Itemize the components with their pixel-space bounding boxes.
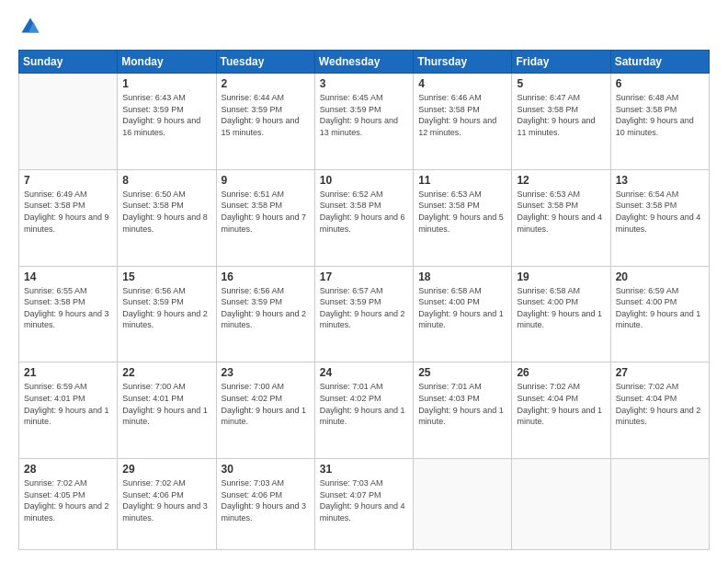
- day-number: 15: [122, 270, 210, 283]
- calendar-cell: 3 Sunrise: 6:45 AM Sunset: 3:59 PM Dayli…: [314, 74, 413, 170]
- day-info: Sunrise: 7:01 AM Sunset: 4:03 PM Dayligh…: [418, 381, 506, 427]
- day-info: Sunrise: 6:48 AM Sunset: 3:58 PM Dayligh…: [616, 92, 704, 138]
- calendar-cell: 14 Sunrise: 6:55 AM Sunset: 3:58 PM Dayl…: [19, 266, 118, 362]
- calendar-cell: 29 Sunrise: 7:02 AM Sunset: 4:06 PM Dayl…: [118, 459, 216, 550]
- day-number: 7: [24, 174, 112, 187]
- day-number: 24: [320, 366, 408, 379]
- day-info: Sunrise: 6:43 AM Sunset: 3:59 PM Dayligh…: [122, 92, 210, 138]
- day-info: Sunrise: 6:56 AM Sunset: 3:59 PM Dayligh…: [222, 285, 310, 331]
- calendar-cell: 4 Sunrise: 6:46 AM Sunset: 3:58 PM Dayli…: [414, 74, 512, 170]
- calendar-cell: 1 Sunrise: 6:43 AM Sunset: 3:59 PM Dayli…: [118, 74, 216, 170]
- calendar-cell: 15 Sunrise: 6:56 AM Sunset: 3:59 PM Dayl…: [118, 266, 216, 362]
- calendar-cell: [414, 459, 512, 550]
- week-row-4: 21 Sunrise: 6:59 AM Sunset: 4:01 PM Dayl…: [19, 362, 710, 459]
- weekday-header-row: SundayMondayTuesdayWednesdayThursdayFrid…: [19, 51, 710, 74]
- calendar-cell: 23 Sunrise: 7:00 AM Sunset: 4:02 PM Dayl…: [216, 362, 314, 459]
- calendar-cell: 8 Sunrise: 6:50 AM Sunset: 3:58 PM Dayli…: [118, 169, 216, 266]
- day-number: 6: [616, 77, 704, 90]
- day-info: Sunrise: 6:58 AM Sunset: 4:00 PM Dayligh…: [517, 285, 605, 331]
- weekday-header-wednesday: Wednesday: [314, 51, 413, 74]
- day-number: 2: [222, 77, 310, 90]
- day-info: Sunrise: 6:53 AM Sunset: 3:58 PM Dayligh…: [517, 189, 605, 235]
- calendar-cell: 24 Sunrise: 7:01 AM Sunset: 4:02 PM Dayl…: [314, 362, 413, 459]
- day-info: Sunrise: 6:55 AM Sunset: 3:58 PM Dayligh…: [24, 285, 112, 331]
- day-number: 8: [122, 174, 210, 187]
- day-number: 31: [320, 463, 408, 476]
- week-row-3: 14 Sunrise: 6:55 AM Sunset: 3:58 PM Dayl…: [19, 266, 710, 362]
- day-number: 30: [222, 463, 310, 476]
- calendar-cell: 28 Sunrise: 7:02 AM Sunset: 4:05 PM Dayl…: [19, 459, 118, 550]
- day-number: 9: [222, 174, 310, 187]
- day-number: 27: [616, 366, 704, 379]
- calendar-cell: 31 Sunrise: 7:03 AM Sunset: 4:07 PM Dayl…: [314, 459, 413, 550]
- day-info: Sunrise: 7:02 AM Sunset: 4:05 PM Dayligh…: [24, 477, 112, 523]
- calendar-cell: 21 Sunrise: 6:59 AM Sunset: 4:01 PM Dayl…: [19, 362, 118, 459]
- week-row-5: 28 Sunrise: 7:02 AM Sunset: 4:05 PM Dayl…: [19, 459, 710, 550]
- day-number: 17: [320, 270, 408, 283]
- day-info: Sunrise: 6:54 AM Sunset: 3:58 PM Dayligh…: [616, 189, 704, 235]
- day-number: 13: [616, 174, 704, 187]
- day-number: 22: [122, 366, 210, 379]
- calendar-cell: 7 Sunrise: 6:49 AM Sunset: 3:58 PM Dayli…: [19, 169, 118, 266]
- day-number: 28: [24, 463, 112, 476]
- logo: [18, 17, 40, 40]
- calendar-cell: 19 Sunrise: 6:58 AM Sunset: 4:00 PM Dayl…: [512, 266, 610, 362]
- weekday-header-tuesday: Tuesday: [216, 51, 314, 74]
- calendar-cell: 22 Sunrise: 7:00 AM Sunset: 4:01 PM Dayl…: [118, 362, 216, 459]
- calendar-cell: 30 Sunrise: 7:03 AM Sunset: 4:06 PM Dayl…: [216, 459, 314, 550]
- calendar-cell: 18 Sunrise: 6:58 AM Sunset: 4:00 PM Dayl…: [414, 266, 512, 362]
- day-info: Sunrise: 7:02 AM Sunset: 4:06 PM Dayligh…: [122, 477, 210, 523]
- calendar-cell: 16 Sunrise: 6:56 AM Sunset: 3:59 PM Dayl…: [216, 266, 314, 362]
- day-info: Sunrise: 6:44 AM Sunset: 3:59 PM Dayligh…: [222, 92, 310, 138]
- calendar-cell: 10 Sunrise: 6:52 AM Sunset: 3:58 PM Dayl…: [314, 169, 413, 266]
- calendar-cell: 25 Sunrise: 7:01 AM Sunset: 4:03 PM Dayl…: [414, 362, 512, 459]
- weekday-header-friday: Friday: [512, 51, 610, 74]
- day-info: Sunrise: 6:51 AM Sunset: 3:58 PM Dayligh…: [222, 189, 310, 235]
- calendar-cell: 11 Sunrise: 6:53 AM Sunset: 3:58 PM Dayl…: [414, 169, 512, 266]
- day-info: Sunrise: 6:53 AM Sunset: 3:58 PM Dayligh…: [418, 189, 506, 235]
- calendar-cell: 12 Sunrise: 6:53 AM Sunset: 3:58 PM Dayl…: [512, 169, 610, 266]
- day-number: 20: [616, 270, 704, 283]
- day-number: 16: [222, 270, 310, 283]
- day-info: Sunrise: 6:47 AM Sunset: 3:58 PM Dayligh…: [517, 92, 605, 138]
- calendar-cell: [19, 74, 118, 170]
- day-info: Sunrise: 6:57 AM Sunset: 3:59 PM Dayligh…: [320, 285, 408, 331]
- calendar-cell: 26 Sunrise: 7:02 AM Sunset: 4:04 PM Dayl…: [512, 362, 610, 459]
- day-number: 23: [222, 366, 310, 379]
- week-row-2: 7 Sunrise: 6:49 AM Sunset: 3:58 PM Dayli…: [19, 169, 710, 266]
- day-number: 10: [320, 174, 408, 187]
- day-info: Sunrise: 6:56 AM Sunset: 3:59 PM Dayligh…: [122, 285, 210, 331]
- day-info: Sunrise: 6:49 AM Sunset: 3:58 PM Dayligh…: [24, 189, 112, 235]
- calendar-cell: 20 Sunrise: 6:59 AM Sunset: 4:00 PM Dayl…: [610, 266, 709, 362]
- calendar-cell: 13 Sunrise: 6:54 AM Sunset: 3:58 PM Dayl…: [610, 169, 709, 266]
- day-number: 4: [418, 77, 506, 90]
- day-info: Sunrise: 6:46 AM Sunset: 3:58 PM Dayligh…: [418, 92, 506, 138]
- calendar-cell: 5 Sunrise: 6:47 AM Sunset: 3:58 PM Dayli…: [512, 74, 610, 170]
- day-info: Sunrise: 7:00 AM Sunset: 4:02 PM Dayligh…: [222, 381, 310, 427]
- calendar-cell: 9 Sunrise: 6:51 AM Sunset: 3:58 PM Dayli…: [216, 169, 314, 266]
- day-number: 14: [24, 270, 112, 283]
- day-info: Sunrise: 7:02 AM Sunset: 4:04 PM Dayligh…: [517, 381, 605, 427]
- week-row-1: 1 Sunrise: 6:43 AM Sunset: 3:59 PM Dayli…: [19, 74, 710, 170]
- day-info: Sunrise: 7:02 AM Sunset: 4:04 PM Dayligh…: [616, 381, 704, 427]
- weekday-header-thursday: Thursday: [414, 51, 512, 74]
- day-number: 1: [122, 77, 210, 90]
- calendar-cell: 6 Sunrise: 6:48 AM Sunset: 3:58 PM Dayli…: [610, 74, 709, 170]
- calendar-cell: 2 Sunrise: 6:44 AM Sunset: 3:59 PM Dayli…: [216, 74, 314, 170]
- calendar-cell: [610, 459, 709, 550]
- day-info: Sunrise: 7:03 AM Sunset: 4:07 PM Dayligh…: [320, 477, 408, 523]
- day-number: 5: [517, 77, 605, 90]
- day-info: Sunrise: 7:01 AM Sunset: 4:02 PM Dayligh…: [320, 381, 408, 427]
- calendar: SundayMondayTuesdayWednesdayThursdayFrid…: [18, 50, 710, 550]
- day-number: 19: [517, 270, 605, 283]
- logo-icon: [20, 17, 40, 37]
- day-number: 12: [517, 174, 605, 187]
- calendar-cell: [512, 459, 610, 550]
- day-info: Sunrise: 6:45 AM Sunset: 3:59 PM Dayligh…: [320, 92, 408, 138]
- day-info: Sunrise: 6:50 AM Sunset: 3:58 PM Dayligh…: [122, 189, 210, 235]
- day-number: 25: [418, 366, 506, 379]
- page: SundayMondayTuesdayWednesdayThursdayFrid…: [0, 0, 728, 563]
- weekday-header-saturday: Saturday: [610, 51, 709, 74]
- day-number: 21: [24, 366, 112, 379]
- header: [18, 17, 710, 40]
